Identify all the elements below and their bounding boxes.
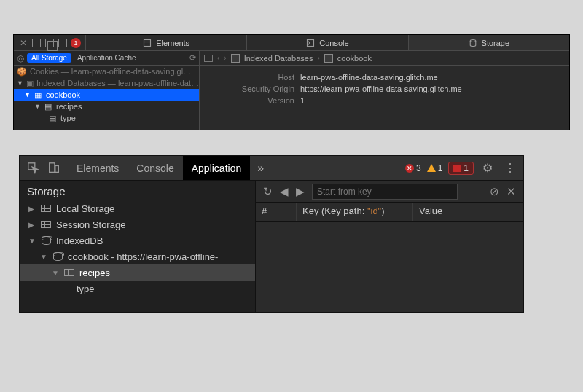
prev-page-icon[interactable]: ◀ xyxy=(280,185,289,198)
tree-session-storage[interactable]: ▶Session Storage xyxy=(20,216,255,232)
tree-cookbook[interactable]: ▼cookbook - https://learn-pwa-offline- xyxy=(20,248,255,264)
start-from-key-input[interactable] xyxy=(312,184,458,200)
chrome-tab-bar: Elements Console Application » ✕3 1 1 ⚙ … xyxy=(20,156,523,181)
errors-badge[interactable]: ✕3 xyxy=(405,163,421,173)
tree-label: Local Storage xyxy=(56,203,114,214)
dock-bottom-icon[interactable] xyxy=(44,38,55,48)
detail-key: Security Origin xyxy=(207,85,294,93)
chrome-main: ↻ ◀ ▶ ⊘ ✕ # Key (Key path: "id") Value xyxy=(256,181,523,312)
folder-icon: ▣ xyxy=(26,79,34,88)
tab-application[interactable]: Application xyxy=(183,156,251,180)
svg-rect-5 xyxy=(50,162,55,172)
tree-type[interactable]: ▤ type xyxy=(14,112,199,124)
more-tabs-icon[interactable]: » xyxy=(250,162,271,175)
error-count-badge[interactable]: 1 xyxy=(71,38,81,48)
svg-rect-0 xyxy=(144,39,151,46)
tree-label: Indexed Databases — learn-pwa-offline-da… xyxy=(36,79,199,87)
table-icon: ▤ xyxy=(43,102,53,111)
breadcrumb-item[interactable]: Indexed Databases xyxy=(244,54,313,63)
eye-icon[interactable]: ◎ xyxy=(17,53,24,63)
history-back-icon[interactable]: ‹ xyxy=(217,54,219,62)
storage-icon xyxy=(469,39,477,47)
detail-value: 1 xyxy=(300,96,305,105)
safari-breadcrumb-bar: ‹ › Indexed Databases › cookbook xyxy=(200,51,569,66)
tab-console[interactable]: Console xyxy=(128,156,182,180)
reload-icon[interactable]: ⟳ xyxy=(189,53,196,63)
tree-cookies[interactable]: 🍪 Cookies — learn-pwa-offline-data-savin… xyxy=(14,66,199,77)
warning-triangle-icon xyxy=(427,164,436,172)
refresh-icon[interactable]: ↻ xyxy=(263,185,273,198)
elements-icon xyxy=(143,39,152,47)
tab-label: Console xyxy=(136,162,173,174)
database-icon xyxy=(52,251,63,262)
folder-icon xyxy=(231,54,240,63)
section-heading-storage: Storage xyxy=(20,181,255,200)
tab-label: Console xyxy=(319,39,348,47)
tab-console[interactable]: Console xyxy=(246,35,407,50)
device-toggle-icon[interactable] xyxy=(47,162,60,175)
detail-key: Host xyxy=(207,73,294,82)
detail-value: https://learn-pwa-offline-data-saving.gl… xyxy=(300,85,462,93)
disclosure-arrow-icon: ▼ xyxy=(40,253,47,261)
hidden-issues-badge[interactable]: 1 xyxy=(448,162,474,175)
safari-db-details: Hostlearn-pwa-offline-data-saving.glitch… xyxy=(200,66,569,112)
popout-icon[interactable] xyxy=(58,38,68,48)
tree-cookbook[interactable]: ▼ ▦ cookbook xyxy=(14,89,199,101)
history-forward-icon[interactable]: › xyxy=(224,54,226,62)
safari-main: ‹ › Indexed Databases › cookbook Hostlea… xyxy=(200,51,569,130)
settings-gear-icon[interactable]: ⚙ xyxy=(480,161,496,175)
tab-label: Elements xyxy=(156,39,189,47)
tree-local-storage[interactable]: ▶Local Storage xyxy=(20,200,255,216)
tree-recipes[interactable]: ▼recipes xyxy=(20,264,255,281)
tree-type[interactable]: type xyxy=(20,281,255,297)
disclosure-arrow-icon: ▼ xyxy=(24,91,30,98)
svg-rect-6 xyxy=(55,165,59,172)
more-menu-icon[interactable]: ⋮ xyxy=(501,161,519,175)
tree-label: cookbook - https://learn-pwa-offline- xyxy=(68,251,218,262)
safari-devtools-panel: ✕ 1 Elements Console Storage ◎ All Stora… xyxy=(13,34,570,130)
sidebar-toggle-icon[interactable] xyxy=(204,55,213,62)
disclosure-arrow-icon: ▼ xyxy=(28,237,36,245)
tree-label: recipes xyxy=(79,267,110,278)
col-hash[interactable]: # xyxy=(256,203,297,221)
breadcrumb-sep-icon: › xyxy=(317,54,319,62)
warnings-badge[interactable]: 1 xyxy=(427,163,443,173)
tab-storage[interactable]: Storage xyxy=(408,35,569,50)
tab-elements[interactable]: Elements xyxy=(85,35,246,50)
safari-tab-bar: ✕ 1 Elements Console Storage xyxy=(14,35,569,51)
tree-label: Cookies — learn-pwa-offline-data-saving.… xyxy=(30,67,191,76)
tree-indexeddb[interactable]: ▼IndexedDB xyxy=(20,232,255,248)
database-icon: ▦ xyxy=(33,90,43,100)
safari-storage-tree: 🍪 Cookies — learn-pwa-offline-data-savin… xyxy=(14,66,199,130)
detail-key: Version xyxy=(207,96,294,105)
filter-all-storage[interactable]: All Storage xyxy=(27,53,71,63)
tab-label: Elements xyxy=(77,162,119,174)
chrome-toolbar: ↻ ◀ ▶ ⊘ ✕ xyxy=(256,181,523,203)
delete-icon[interactable]: ✕ xyxy=(506,185,516,198)
filter-application-cache[interactable]: Application Cache xyxy=(74,54,139,62)
tree-recipes[interactable]: ▼ ▤ recipes xyxy=(14,101,199,112)
disclosure-arrow-icon: ▶ xyxy=(28,221,36,229)
col-key[interactable]: Key (Key path: "id") xyxy=(297,203,413,221)
database-icon xyxy=(40,235,52,246)
breadcrumb-item[interactable]: cookbook xyxy=(337,54,372,63)
tree-label: Session Storage xyxy=(56,219,125,230)
console-icon xyxy=(306,39,315,47)
dock-side-icon[interactable] xyxy=(31,38,42,48)
safari-window-icons: ✕ 1 xyxy=(14,35,85,50)
next-page-icon[interactable]: ▶ xyxy=(296,185,305,198)
index-icon: ▤ xyxy=(47,114,58,123)
close-icon[interactable]: ✕ xyxy=(18,38,28,48)
col-value[interactable]: Value xyxy=(413,203,523,221)
clear-icon[interactable]: ⊘ xyxy=(490,185,499,198)
inspect-icon[interactable] xyxy=(27,162,40,175)
tab-elements[interactable]: Elements xyxy=(68,156,128,180)
detail-value: learn-pwa-offline-data-saving.glitch.me xyxy=(300,73,438,82)
table-icon xyxy=(40,219,52,230)
tree-indexed-databases[interactable]: ▼ ▣ Indexed Databases — learn-pwa-offlin… xyxy=(14,77,199,89)
cookie-icon: 🍪 xyxy=(17,67,27,77)
tree-label: recipes xyxy=(56,102,82,111)
disclosure-arrow-icon: ▼ xyxy=(17,79,23,87)
tab-label: Storage xyxy=(482,39,510,47)
table-icon xyxy=(63,267,75,278)
